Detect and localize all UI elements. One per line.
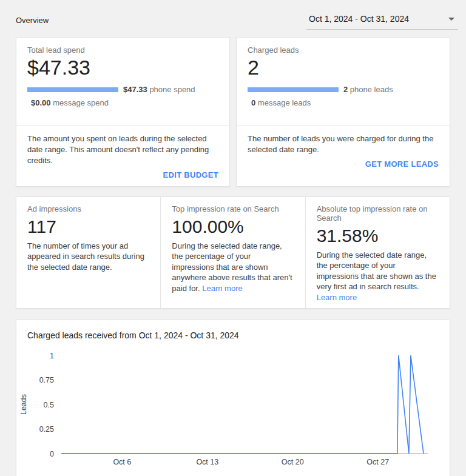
ad-impressions-label: Ad impressions — [27, 204, 149, 213]
top-impression-rate-value: 100.00% — [172, 216, 294, 236]
phone-leads-text: 2 phone leads — [343, 85, 393, 94]
message-spend-text: $0.00 message spend — [31, 98, 218, 107]
phone-spend-row: $47.33 phone spend — [27, 85, 218, 94]
stat-ad-impressions: Ad impressions 117 The number of times y… — [16, 197, 160, 308]
lead-spend-label: Total lead spend — [27, 45, 218, 55]
leads-line-chart: 00.250.50.751Oct 6Oct 13Oct 20Oct 27Lead… — [16, 343, 450, 468]
phone-spend-text: $47.33 phone spend — [123, 85, 195, 94]
message-leads-count: 0 — [251, 98, 255, 107]
topbar: Overview Oct 1, 2024 - Oct 31, 2024 — [0, 0, 466, 37]
ad-impressions-value: 117 — [27, 216, 149, 236]
edit-budget-button[interactable]: EDIT BUDGET — [163, 170, 218, 179]
chart-line-charged-leads — [61, 355, 424, 454]
charged-leads-footer: The number of leads you were charged for… — [237, 126, 450, 175]
phone-spend-amount: $47.33 — [123, 85, 147, 94]
y-axis-tick: 1 — [50, 351, 54, 360]
charged-leads-card: Charged leads 2 2 phone leads 0 message … — [236, 37, 450, 187]
learn-more-link[interactable]: Learn more — [202, 284, 242, 293]
stat-absolute-top-impression-rate: Absolute top impression rate on Search 3… — [305, 197, 450, 308]
chevron-down-icon — [448, 18, 454, 21]
get-more-leads-button[interactable]: GET MORE LEADS — [365, 159, 439, 169]
phone-leads-count: 2 — [343, 85, 348, 94]
x-axis-tick: Oct 20 — [282, 458, 304, 466]
phone-spend-caption: phone spend — [149, 85, 195, 94]
y-axis-tick: 0.5 — [44, 400, 54, 409]
lead-spend-summary: Total lead spend $47.33 $47.33 phone spe… — [16, 38, 229, 126]
y-axis-tick: 0.25 — [39, 425, 54, 434]
learn-more-link[interactable]: Learn more — [317, 293, 357, 302]
total-lead-spend-card: Total lead spend $47.33 $47.33 phone spe… — [16, 37, 230, 187]
charged-leads-description: The number of leads you were charged for… — [248, 133, 439, 155]
absolute-top-impression-rate-label: Absolute top impression rate on Search — [317, 204, 439, 223]
stats-card: Ad impressions 117 The number of times y… — [16, 196, 450, 309]
chart-title: Charged leads received from Oct 1, 2024 … — [16, 320, 450, 340]
date-range-select[interactable]: Oct 1, 2024 - Oct 31, 2024 — [306, 10, 458, 30]
top-impression-rate-description: During the selected date range, the perc… — [172, 241, 294, 294]
absolute-top-impression-rate-value: 31.58% — [317, 226, 439, 246]
ad-impressions-description: The number of times your ad appeared in … — [27, 241, 149, 273]
message-spend-amount: $0.00 — [31, 98, 51, 107]
charged-leads-chart-card: Charged leads received from Oct 1, 2024 … — [16, 320, 450, 476]
charged-leads-label: Charged leads — [248, 45, 439, 55]
charged-leads-summary: Charged leads 2 2 phone leads 0 message … — [237, 38, 450, 126]
phone-leads-caption: phone leads — [350, 85, 393, 94]
y-axis-tick: 0.75 — [39, 376, 54, 384]
top-impression-rate-label: Top impression rate on Search — [172, 204, 294, 213]
y-axis-label: Leads — [19, 394, 28, 415]
message-leads-caption: message leads — [258, 98, 311, 107]
lead-spend-footer: The amount you spent on leads during the… — [16, 126, 229, 186]
date-range-value: Oct 1, 2024 - Oct 31, 2024 — [309, 14, 409, 24]
lead-spend-action-row: EDIT BUDGET — [27, 169, 218, 180]
ad-impressions-description-text: The number of times your ad appeared in … — [27, 241, 144, 272]
x-axis-tick: Oct 27 — [366, 458, 389, 466]
lead-spend-value: $47.33 — [27, 57, 218, 78]
absolute-top-impression-rate-description: During the selected date range, the perc… — [317, 250, 439, 303]
page-title: Overview — [16, 10, 49, 25]
absolute-top-impression-rate-description-text: During the selected date range, the perc… — [317, 250, 436, 292]
charged-leads-action-row: GET MORE LEADS — [248, 158, 439, 169]
message-spend-caption: message spend — [53, 98, 109, 107]
phone-spend-bar — [27, 87, 118, 92]
lead-spend-description: The amount you spent on leads during the… — [27, 133, 218, 166]
x-axis-tick: Oct 6 — [113, 458, 131, 466]
x-axis-tick: Oct 13 — [196, 458, 218, 466]
charged-leads-value: 2 — [248, 57, 439, 78]
message-leads-text: 0 message leads — [251, 98, 439, 107]
stat-top-impression-rate: Top impression rate on Search 100.00% Du… — [160, 197, 305, 308]
phone-leads-row: 2 phone leads — [248, 85, 439, 94]
metric-cards-row: Total lead spend $47.33 $47.33 phone spe… — [16, 37, 450, 187]
phone-leads-bar — [248, 87, 339, 92]
y-axis-tick: 0 — [50, 449, 54, 458]
